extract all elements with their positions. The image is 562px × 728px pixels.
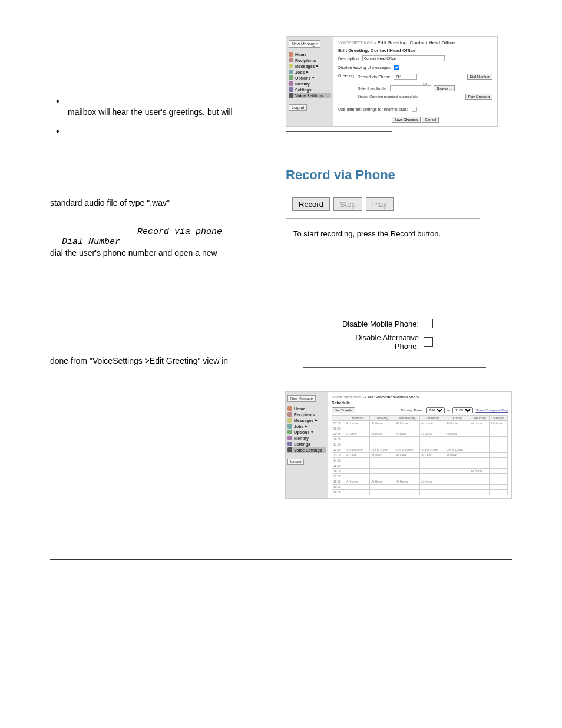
- schedule-cell[interactable]: [370, 485, 395, 490]
- schedule-cell[interactable]: [490, 437, 508, 442]
- nav-messages[interactable]: Messages ▸: [289, 63, 331, 69]
- sc-nav-recipients[interactable]: Recipients: [287, 411, 326, 417]
- schedule-cell[interactable]: [420, 469, 445, 474]
- schedule-cell[interactable]: [470, 431, 489, 437]
- schedule-cell[interactable]: [395, 490, 419, 495]
- schedule-cell[interactable]: Out to Lunch: [445, 447, 470, 453]
- schedule-cell[interactable]: [490, 485, 508, 490]
- description-input[interactable]: [362, 55, 445, 61]
- schedule-cell[interactable]: [345, 426, 370, 431]
- schedule-cell[interactable]: [420, 458, 445, 463]
- schedule-cell[interactable]: [490, 469, 508, 474]
- nav-settings[interactable]: Settings: [289, 87, 331, 93]
- schedule-cell[interactable]: [420, 437, 445, 442]
- schedule-cell[interactable]: [470, 437, 489, 442]
- nav-options[interactable]: Options ▾: [289, 75, 331, 81]
- schedule-cell[interactable]: [470, 474, 489, 479]
- save-button[interactable]: Save Changes: [392, 117, 421, 123]
- schedule-cell[interactable]: At Home: [395, 479, 419, 485]
- schedule-cell[interactable]: [445, 485, 470, 490]
- record-button[interactable]: Record: [292, 197, 330, 211]
- schedule-cell[interactable]: [395, 458, 419, 463]
- schedule-cell[interactable]: At Desk: [370, 453, 395, 458]
- schedule-cell[interactable]: [345, 463, 370, 469]
- schedule-cell[interactable]: [490, 442, 508, 447]
- schedule-cell[interactable]: [490, 479, 508, 485]
- time-to-select[interactable]: 21:00: [452, 407, 473, 413]
- schedule-cell[interactable]: [420, 474, 445, 479]
- schedule-cell[interactable]: [395, 463, 419, 469]
- schedule-cell[interactable]: At Desk: [445, 431, 470, 437]
- schedule-cell[interactable]: At Desk: [370, 431, 395, 437]
- new-message-button[interactable]: New Message: [289, 40, 320, 48]
- schedule-cell[interactable]: [370, 490, 395, 495]
- stop-button[interactable]: Stop: [333, 197, 362, 211]
- sc-nav-identity[interactable]: Identity: [287, 435, 326, 441]
- time-from-select[interactable]: 7:00: [426, 407, 445, 413]
- schedule-cell[interactable]: [445, 426, 470, 431]
- new-timeslot-button[interactable]: New Timeslot: [332, 407, 355, 413]
- schedule-cell[interactable]: [395, 426, 419, 431]
- schedule-cell[interactable]: [470, 453, 489, 458]
- schedule-cell[interactable]: At Home: [420, 421, 445, 426]
- schedule-cell[interactable]: [395, 469, 419, 474]
- schedule-cell[interactable]: [395, 442, 419, 447]
- schedule-cell[interactable]: [345, 490, 370, 495]
- schedule-cell[interactable]: At Home: [345, 421, 370, 426]
- cancel-button[interactable]: Cancel: [422, 117, 439, 123]
- schedule-cell[interactable]: At Home: [470, 469, 489, 474]
- schedule-cell[interactable]: [490, 474, 508, 479]
- schedule-cell[interactable]: At Desk: [345, 431, 370, 437]
- logout-button[interactable]: Logout: [289, 104, 307, 111]
- sc-nav-options[interactable]: Options ▾: [287, 429, 326, 435]
- schedule-cell[interactable]: Out to Lunch: [395, 447, 419, 453]
- schedule-cell[interactable]: [445, 479, 470, 485]
- schedule-cell[interactable]: [420, 490, 445, 495]
- schedule-cell[interactable]: [370, 474, 395, 479]
- schedule-cell[interactable]: [395, 437, 419, 442]
- file-input[interactable]: [390, 85, 431, 91]
- schedule-cell[interactable]: [420, 426, 445, 431]
- sc-new-message-button[interactable]: New Message: [287, 395, 316, 402]
- schedule-cell[interactable]: At Desk: [395, 431, 419, 437]
- sc-logout-button[interactable]: Logout: [287, 459, 304, 465]
- schedule-cell[interactable]: [490, 458, 508, 463]
- schedule-cell[interactable]: [490, 453, 508, 458]
- play-button[interactable]: Play: [366, 197, 394, 211]
- schedule-cell[interactable]: Out to Lunch: [420, 447, 445, 453]
- schedule-cell[interactable]: At Desk: [420, 453, 445, 458]
- schedule-cell[interactable]: At Desk: [445, 453, 470, 458]
- sc-nav-settings[interactable]: Settings: [287, 441, 326, 447]
- schedule-cell[interactable]: [395, 485, 419, 490]
- play-greeting-button[interactable]: Play Greeting: [465, 94, 492, 100]
- schedule-cell[interactable]: At Home: [395, 421, 419, 426]
- sc-nav-jobs[interactable]: Jobs ▸: [287, 423, 326, 429]
- schedule-cell[interactable]: [470, 442, 489, 447]
- schedule-cell[interactable]: [370, 442, 395, 447]
- disable-alt-checkbox[interactable]: [424, 337, 433, 347]
- dial-number-button[interactable]: Dial Number: [467, 74, 492, 80]
- nav-jobs[interactable]: Jobs ▸: [289, 69, 331, 75]
- schedule-cell[interactable]: [470, 426, 489, 431]
- sc-nav-messages[interactable]: Messages ▸: [287, 417, 326, 423]
- schedule-cell[interactable]: [490, 490, 508, 495]
- schedule-cell[interactable]: [345, 485, 370, 490]
- sc-nav-home[interactable]: Home: [287, 406, 326, 411]
- schedule-cell[interactable]: [445, 490, 470, 495]
- schedule-cell[interactable]: Out to Lunch: [345, 447, 370, 453]
- schedule-cell[interactable]: At Desk: [420, 431, 445, 437]
- nav-recipients[interactable]: Recipients: [289, 57, 331, 63]
- schedule-cell[interactable]: [490, 431, 508, 437]
- schedule-cell[interactable]: At Home: [490, 421, 508, 426]
- schedule-cell[interactable]: [470, 490, 489, 495]
- schedule-cell[interactable]: [345, 458, 370, 463]
- schedule-cell[interactable]: [470, 485, 489, 490]
- schedule-cell[interactable]: Out to Lunch: [370, 447, 395, 453]
- nav-voice-settings[interactable]: Voice Settings: [289, 93, 331, 98]
- schedule-cell[interactable]: [445, 474, 470, 479]
- disable-mobile-checkbox[interactable]: [424, 319, 433, 328]
- schedule-cell[interactable]: [345, 474, 370, 479]
- schedule-cell[interactable]: [370, 458, 395, 463]
- show-complete-link[interactable]: Show Complete Day: [475, 409, 508, 412]
- schedule-cell[interactable]: [395, 474, 419, 479]
